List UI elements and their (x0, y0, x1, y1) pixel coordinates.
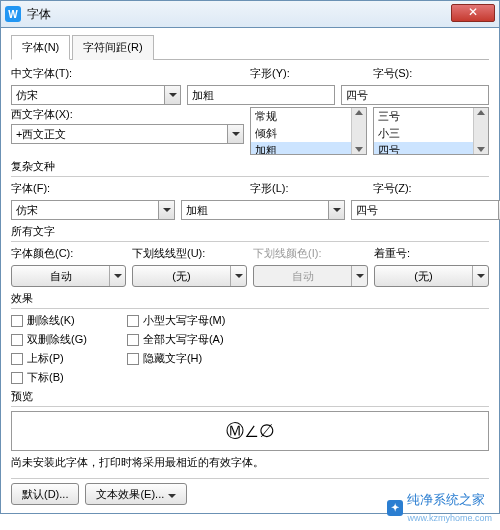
group-complex: 复杂文种 (11, 159, 489, 174)
label-font-color: 字体颜色(C): (11, 246, 126, 261)
tab-bar: 字体(N) 字符间距(R) (11, 34, 489, 60)
style-combo[interactable] (187, 85, 335, 105)
dropdown-icon[interactable] (328, 201, 344, 219)
chevron-down-icon (230, 266, 246, 286)
watermark-logo-icon: ✦ (387, 500, 403, 516)
style-input[interactable] (188, 86, 334, 104)
scrollbar[interactable] (473, 108, 488, 154)
style-option[interactable]: 倾斜 (251, 125, 351, 142)
checkbox-icon (127, 315, 139, 327)
chevron-down-icon (168, 488, 176, 500)
checkbox-icon (11, 334, 23, 346)
check-subscript[interactable]: 下标(B) (11, 370, 87, 385)
en-font-dropdown-icon[interactable] (227, 125, 243, 143)
complex-style-input[interactable] (182, 201, 328, 219)
checkbox-icon (127, 334, 139, 346)
label-size: 字号(S): (373, 66, 490, 81)
text-effect-button[interactable]: 文本效果(E)... (85, 483, 187, 505)
chevron-down-icon (351, 266, 367, 286)
window-body: 字体(N) 字符间距(R) 中文字体(T): 字形(Y): 字号(S): (0, 28, 500, 514)
group-preview: 预览 (11, 389, 489, 404)
window-title: 字体 (27, 6, 51, 23)
preview-note: 尚未安装此字体，打印时将采用最相近的有效字体。 (11, 455, 489, 470)
cn-font-dropdown-icon[interactable] (164, 86, 180, 104)
checkbox-icon (11, 372, 23, 384)
watermark: ✦ 纯净系统之家 www.kzmyhome.com (387, 491, 492, 524)
style-option[interactable]: 常规 (251, 108, 351, 125)
label-emphasis: 着重号: (374, 246, 489, 261)
check-superscript[interactable]: 上标(P) (11, 351, 87, 366)
en-font-input[interactable] (12, 125, 227, 143)
style-listbox[interactable]: 常规 倾斜 加粗 (250, 107, 367, 155)
cn-font-combo[interactable] (11, 85, 181, 105)
close-button[interactable]: ✕ (451, 4, 495, 22)
chevron-down-icon (109, 266, 125, 286)
complex-size-combo[interactable] (351, 200, 500, 220)
dropdown-icon[interactable] (158, 201, 174, 219)
tab-font[interactable]: 字体(N) (11, 35, 70, 60)
complex-size-input[interactable] (352, 201, 498, 219)
preview-box: Ⓜ∠∅ (11, 411, 489, 451)
size-option-selected[interactable]: 四号 (374, 142, 474, 155)
style-option-selected[interactable]: 加粗 (251, 142, 351, 155)
label-complex-style: 字形(L): (250, 181, 367, 196)
size-combo[interactable] (341, 85, 489, 105)
titlebar: W 字体 ✕ (0, 0, 500, 28)
label-complex-font: 字体(F): (11, 181, 244, 196)
label-complex-size: 字号(Z): (373, 181, 490, 196)
chevron-down-icon (472, 266, 488, 286)
tab-spacing[interactable]: 字符间距(R) (72, 35, 153, 60)
check-strike[interactable]: 删除线(K) (11, 313, 87, 328)
label-style: 字形(Y): (250, 66, 367, 81)
check-hidden[interactable]: 隐藏文字(H) (127, 351, 226, 366)
font-color-dropdown[interactable]: 自动 (11, 265, 126, 287)
label-underline-color: 下划线颜色(I): (253, 246, 368, 261)
group-effects: 效果 (11, 291, 489, 306)
size-listbox[interactable]: 三号 小三 四号 (373, 107, 490, 155)
cn-font-input[interactable] (12, 86, 164, 104)
complex-font-combo[interactable] (11, 200, 175, 220)
checkbox-icon (11, 353, 23, 365)
app-icon: W (5, 6, 21, 22)
size-input[interactable] (342, 86, 488, 104)
label-cn-font: 中文字体(T): (11, 66, 244, 81)
check-double-strike[interactable]: 双删除线(G) (11, 332, 87, 347)
default-button[interactable]: 默认(D)... (11, 483, 79, 505)
label-en-font: 西文字体(X): (11, 107, 244, 122)
en-font-combo[interactable] (11, 124, 244, 144)
underline-style-dropdown[interactable]: (无) (132, 265, 247, 287)
check-allcaps[interactable]: 全部大写字母(A) (127, 332, 226, 347)
checkbox-icon (11, 315, 23, 327)
size-option[interactable]: 三号 (374, 108, 474, 125)
emphasis-dropdown[interactable]: (无) (374, 265, 489, 287)
size-option[interactable]: 小三 (374, 125, 474, 142)
complex-font-input[interactable] (12, 201, 158, 219)
group-alltext: 所有文字 (11, 224, 489, 239)
checkbox-icon (127, 353, 139, 365)
scrollbar[interactable] (351, 108, 366, 154)
check-smallcaps[interactable]: 小型大写字母(M) (127, 313, 226, 328)
underline-color-dropdown: 自动 (253, 265, 368, 287)
complex-style-combo[interactable] (181, 200, 345, 220)
label-underline-style: 下划线线型(U): (132, 246, 247, 261)
